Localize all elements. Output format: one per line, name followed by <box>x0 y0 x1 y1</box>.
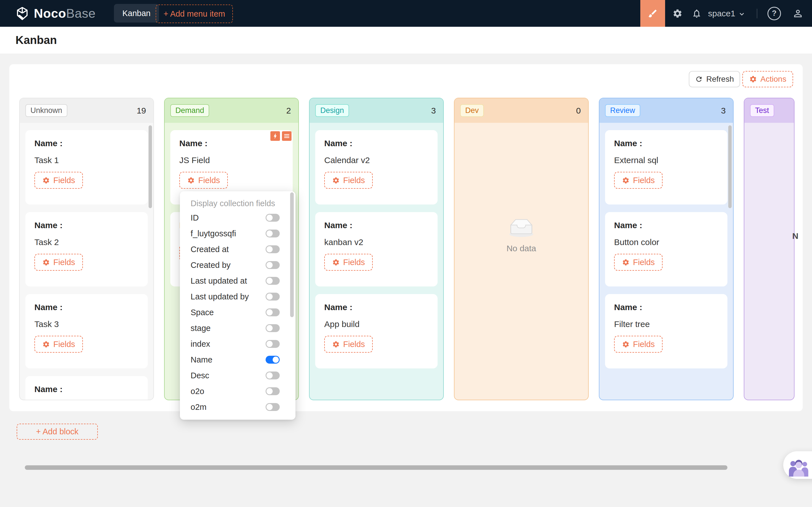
horizontal-scrollbar-thumb[interactable] <box>25 465 727 470</box>
kanban-card[interactable]: Name : Task 1 Fields <box>26 130 148 205</box>
column-header: Design 3 <box>310 98 443 123</box>
workspace-switcher[interactable]: space1 <box>708 9 746 18</box>
column-body: Name : Task 1 Fields Name : Task 2 Field… <box>20 123 153 400</box>
toggle-switch[interactable] <box>266 230 280 237</box>
field-toggle-item-created-at[interactable]: Created at <box>180 241 296 257</box>
field-toggle-item-space[interactable]: Space <box>180 304 296 320</box>
toggle-switch[interactable] <box>266 387 280 395</box>
fields-label: Fields <box>53 176 75 185</box>
nocobase-logo[interactable]: NocoBase <box>15 6 96 21</box>
refresh-label: Refresh <box>706 75 734 83</box>
toggle-switch[interactable] <box>266 372 280 379</box>
fields-label: Fields <box>633 340 655 349</box>
toggle-switch[interactable] <box>266 261 280 269</box>
floating-user-widget[interactable] <box>783 451 812 479</box>
toggle-switch[interactable] <box>266 340 280 348</box>
toggle-switch[interactable] <box>266 245 280 253</box>
toggle-switch[interactable] <box>266 277 280 285</box>
field-toggle-item-created-by[interactable]: Created by <box>180 257 296 273</box>
people-avatar <box>787 453 810 476</box>
kanban-card[interactable]: Name : kanban v2 Fields <box>315 212 438 286</box>
column-count: 3 <box>721 106 726 115</box>
board-horizontal-scrollbar <box>25 465 804 470</box>
chevron-down-icon <box>738 10 746 18</box>
field-toggle-item-id[interactable]: ID <box>180 210 296 226</box>
gear-icon <box>622 177 629 184</box>
bell-icon <box>692 8 702 18</box>
navbar-divider <box>757 9 757 18</box>
kanban-card[interactable]: Name : Calendar v2 Fields <box>315 130 438 205</box>
plugin-settings-button[interactable] <box>672 8 682 18</box>
fields-button[interactable]: Fields <box>324 172 373 189</box>
gear-icon <box>42 259 50 266</box>
fields-button[interactable]: Fields <box>324 254 373 271</box>
kanban-board: Unknown 19 Name : Task 1 Fields Name : T… <box>19 98 795 400</box>
fields-button[interactable]: Fields <box>614 172 663 189</box>
help-button[interactable]: ? <box>767 7 781 20</box>
notifications-button[interactable] <box>692 8 702 18</box>
card-menu-button[interactable] <box>282 131 292 141</box>
fields-button[interactable]: Fields <box>35 254 83 271</box>
column-scrollbar-thumb[interactable] <box>728 125 732 208</box>
refresh-button[interactable]: Refresh <box>689 71 740 87</box>
kanban-card[interactable]: Name : Filter tree Fields <box>605 294 727 369</box>
kanban-card[interactable]: Name : Task 3 Fields <box>26 294 148 369</box>
field-label: Created at <box>191 245 229 254</box>
menu-tab-kanban[interactable]: Kanban <box>114 4 159 22</box>
actions-button[interactable]: Actions <box>742 71 793 87</box>
kanban-card[interactable]: Name : Button color Fields <box>605 212 727 286</box>
field-toggle-item-o2m[interactable]: o2m <box>180 399 296 415</box>
column-body: No data <box>455 123 588 400</box>
drag-handle-button[interactable] <box>270 131 280 141</box>
lightning-icon <box>272 133 278 139</box>
column-body <box>744 123 794 400</box>
add-block-button[interactable]: + Add block <box>17 424 98 440</box>
toggle-switch[interactable] <box>266 356 280 363</box>
field-label: Name <box>191 355 212 364</box>
fields-button[interactable]: Fields <box>35 336 83 353</box>
fields-label: Fields <box>53 258 75 267</box>
toggle-switch[interactable] <box>266 214 280 222</box>
field-toggle-item-index[interactable]: index <box>180 336 296 352</box>
user-menu-button[interactable] <box>792 8 804 19</box>
column-header: Test <box>744 98 794 123</box>
fields-button[interactable]: Fields <box>324 336 373 353</box>
column-tag: Design <box>315 104 349 117</box>
empty-inbox-icon <box>507 219 536 237</box>
gear-icon <box>42 341 50 348</box>
field-toggle-item-last-updated-by[interactable]: Last updated by <box>180 289 296 304</box>
column-header: Review 3 <box>599 98 733 123</box>
card-field-label: Name : <box>179 138 284 148</box>
field-toggle-item-last-updated-at[interactable]: Last updated at <box>180 273 296 289</box>
top-navbar: NocoBase Kanban + Add menu item space1 ? <box>0 0 812 27</box>
column-scrollbar-thumb[interactable] <box>149 125 152 208</box>
app-root: NocoBase Kanban + Add menu item space1 ? <box>0 0 812 507</box>
field-toggle-item-o2o[interactable]: o2o <box>180 383 296 399</box>
toggle-switch[interactable] <box>266 403 280 411</box>
dropdown-scrollbar-thumb[interactable] <box>290 192 294 317</box>
fields-button[interactable]: Fields <box>35 172 83 189</box>
kanban-card[interactable]: Name : App build Fields <box>315 294 438 369</box>
field-toggle-item-f-luytgossqfi[interactable]: f_luytgossqfi <box>180 226 296 241</box>
field-toggle-item-desc[interactable]: Desc <box>180 368 296 383</box>
kanban-column-design: Design 3 Name : Calendar v2 Fields Name … <box>309 98 444 400</box>
column-count: 0 <box>576 106 581 115</box>
field-label: o2m <box>191 402 206 412</box>
add-menu-item-button[interactable]: + Add menu item <box>156 4 233 23</box>
fields-button[interactable]: Fields <box>179 172 228 189</box>
kanban-card[interactable]: Name : External sql Fields <box>605 130 727 205</box>
toggle-switch[interactable] <box>266 293 280 300</box>
fields-button[interactable]: Fields <box>614 254 663 271</box>
ui-editor-button[interactable] <box>640 0 665 27</box>
kanban-card[interactable]: Name : Fields <box>26 376 148 400</box>
field-toggle-item-name[interactable]: Name <box>180 352 296 368</box>
card-field-label: Name : <box>35 138 139 148</box>
column-tag: Review <box>605 104 640 117</box>
field-toggle-item-stage[interactable]: stage <box>180 320 296 336</box>
toggle-switch[interactable] <box>266 324 280 332</box>
fields-button[interactable]: Fields <box>614 336 663 353</box>
card-field-value: Calendar v2 <box>324 156 428 165</box>
column-tag: Unknown <box>26 104 67 117</box>
kanban-card[interactable]: Name : Task 2 Fields <box>26 212 148 286</box>
toggle-switch[interactable] <box>266 308 280 316</box>
